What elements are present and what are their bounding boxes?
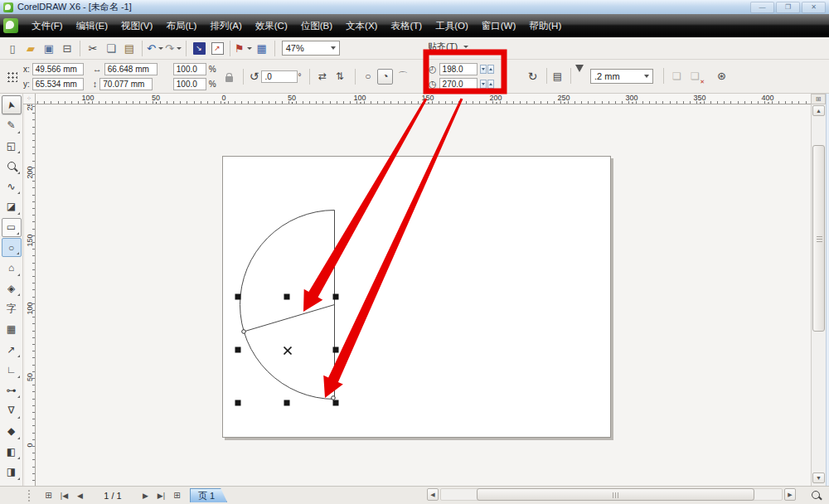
first-page-button[interactable]: |◀ — [57, 488, 71, 502]
last-page-button[interactable]: ▶| — [154, 488, 168, 502]
zoom-level-combo[interactable]: 47% — [282, 41, 340, 56]
vertical-scroll-thumb[interactable] — [812, 145, 825, 332]
outline-width-combo[interactable]: .2 mm — [590, 69, 653, 84]
zoom-navigator-button[interactable] — [808, 488, 822, 502]
application-launcher-button-icon: ⚑ — [235, 43, 245, 54]
menu-text[interactable]: 文本(X) — [339, 14, 384, 37]
add-page-button-2[interactable]: ⊞ — [170, 488, 184, 502]
rotation-angle-field[interactable]: .0 — [261, 70, 298, 83]
scroll-down-button[interactable]: ▼ — [812, 472, 825, 483]
view-navigator-corner-button[interactable]: ⊞ — [811, 94, 826, 104]
menu-table[interactable]: 表格(T) — [384, 14, 429, 37]
snap-to-label: 贴齐(T) — [428, 41, 458, 53]
change-direction-button[interactable]: ↻ — [525, 68, 541, 84]
ellipse-tool[interactable]: ○ — [2, 238, 22, 257]
shape-tool[interactable]: ✎ — [2, 116, 22, 135]
lock-ratio-icon[interactable] — [225, 76, 233, 82]
maximize-button[interactable]: ❐ — [776, 2, 800, 13]
cut-button[interactable]: ✂ — [85, 40, 101, 56]
start-angle-spinner[interactable] — [480, 65, 494, 74]
horizontal-scroll-thumb[interactable] — [477, 488, 754, 501]
menu-layout[interactable]: 布局(L) — [159, 14, 203, 37]
pie-mode-button[interactable]: ◔ — [377, 69, 393, 85]
outline-width-value: .2 mm — [594, 71, 620, 81]
end-angle-field[interactable]: 270.0 — [439, 78, 478, 90]
convert-outline-button[interactable]: ❏ — [669, 68, 685, 84]
open-button[interactable]: ▰ — [22, 40, 39, 56]
drawing-canvas[interactable] — [36, 104, 811, 486]
ellipse-mode-button[interactable]: ○ — [360, 69, 376, 85]
polygon-tool[interactable]: ⌂ — [2, 259, 22, 278]
fill-tool[interactable]: ◧ — [2, 442, 22, 461]
page-tab-1[interactable]: 页 1 — [190, 488, 227, 502]
mirror-vertical-button[interactable]: ⇅ — [332, 69, 347, 85]
add-page-button[interactable]: ⊞ — [41, 488, 56, 502]
pick-tool[interactable]: ➤ — [2, 95, 22, 114]
title-bar[interactable]: CorelDRAW X6 - [未命名 -1] — ❐ ✕ — [0, 0, 829, 14]
wrap-text-button[interactable]: ▤ — [550, 68, 565, 84]
splitter-handle[interactable] — [28, 490, 32, 502]
menu-help[interactable]: 帮助(H) — [522, 14, 568, 37]
x-position-field[interactable]: 49.566 mm — [32, 63, 84, 75]
export-button[interactable]: ↗ — [209, 40, 225, 56]
scroll-right-button[interactable]: ▶ — [784, 488, 796, 501]
freehand-tool[interactable]: ∿ — [2, 177, 22, 196]
crop-tool[interactable]: ◱ — [2, 136, 22, 155]
menu-tools[interactable]: 工具(O) — [429, 14, 475, 37]
close-button[interactable]: ✕ — [802, 2, 826, 13]
object-width-field[interactable]: 66.648 mm — [104, 63, 158, 75]
scale-x-field[interactable]: 100.0 — [173, 63, 206, 75]
basic-shapes-tool[interactable]: ◈ — [2, 279, 22, 298]
eyedropper-tool[interactable]: ∇ — [2, 401, 22, 420]
print-button[interactable]: ⊟ — [59, 40, 75, 56]
remove-outline-button[interactable]: ❏✕ — [687, 68, 703, 84]
menu-edit[interactable]: 编辑(E) — [70, 14, 114, 37]
menu-bitmaps[interactable]: 位图(B) — [294, 14, 339, 37]
last-page-icon: ▶| — [158, 492, 165, 500]
object-height-field[interactable]: 70.077 mm — [99, 78, 153, 90]
y-position-field[interactable]: 65.534 mm — [32, 78, 84, 90]
scroll-left-button[interactable]: ◀ — [427, 488, 439, 501]
mirror-horizontal-button[interactable]: ⇄ — [314, 69, 330, 85]
text-tool[interactable]: 字 — [2, 299, 22, 318]
blend-tool[interactable]: ⊶ — [2, 380, 22, 400]
menu-arrange[interactable]: 排列(A) — [203, 14, 248, 37]
menu-view[interactable]: 视图(V) — [114, 14, 159, 37]
vertical-scrollbar[interactable]: ▲ ▼ — [811, 104, 826, 486]
import-button[interactable]: ↘ — [191, 40, 207, 56]
quick-customize-button[interactable]: ⊛ — [714, 68, 730, 84]
application-launcher-button[interactable]: ⚑ — [235, 40, 252, 56]
arc-mode-button[interactable]: ⌒ — [395, 69, 410, 85]
connector-tool[interactable]: ∟ — [2, 361, 22, 380]
previous-page-button[interactable]: ◀ — [73, 488, 87, 502]
save-button[interactable]: ▣ — [41, 40, 57, 56]
menu-file[interactable]: 文件(F) — [25, 14, 70, 37]
artistic-media-tool[interactable]: ◪ — [2, 197, 22, 216]
snap-to-dropdown[interactable]: 贴齐(T) — [428, 41, 468, 53]
new-document-button[interactable]: ▯ — [4, 40, 21, 56]
zoom-tool[interactable] — [2, 157, 22, 176]
welcome-screen-button[interactable]: ▦ — [254, 40, 270, 56]
horizontal-ruler[interactable]: 10050050100150200250300350400450 — [36, 94, 811, 104]
next-page-button[interactable]: ▶ — [138, 488, 153, 502]
table-tool[interactable]: ▦ — [2, 320, 22, 339]
redo-button[interactable]: ↷ — [165, 40, 182, 56]
horizontal-scrollbar[interactable]: ◀ ▶ — [427, 487, 796, 502]
outline-pen-tool[interactable]: ◆ — [2, 422, 22, 441]
dimension-tool[interactable]: ↗ — [2, 340, 22, 359]
menu-effects[interactable]: 效果(C) — [249, 14, 294, 37]
scroll-up-button[interactable]: ▲ — [812, 105, 825, 116]
vertical-ruler[interactable]: 250200150100500 — [25, 104, 36, 486]
copy-button[interactable]: ❏ — [103, 40, 119, 56]
document-page[interactable] — [222, 156, 611, 438]
end-angle-spinner[interactable] — [480, 80, 494, 89]
interactive-fill-tool[interactable]: ◨ — [2, 463, 22, 482]
menu-window[interactable]: 窗口(W) — [475, 14, 523, 37]
start-angle-field[interactable]: 198.0 — [439, 63, 478, 75]
paste-button[interactable]: ▤ — [121, 40, 138, 56]
minimize-button[interactable]: — — [750, 2, 774, 13]
rectangle-tool[interactable]: ▭ — [2, 218, 22, 237]
undo-button[interactable]: ↶ — [147, 40, 163, 56]
scale-y-field[interactable]: 100.0 — [173, 78, 206, 90]
ruler-origin-button[interactable]: ⁘ — [23, 94, 36, 104]
